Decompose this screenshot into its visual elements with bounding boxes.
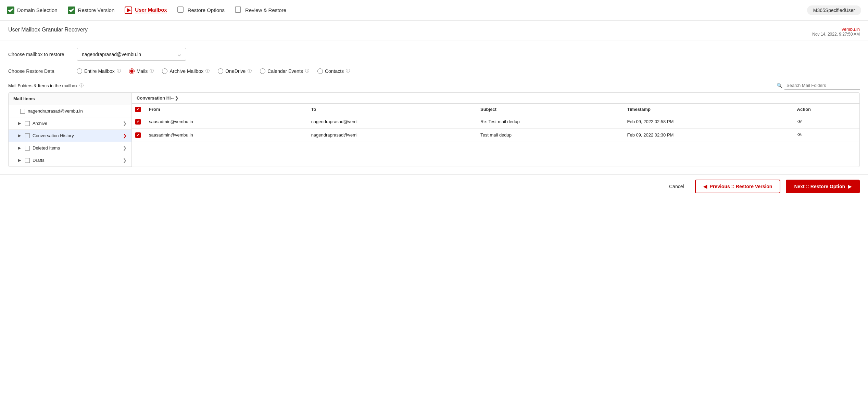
- option-archive-mailbox[interactable]: Archive Mailbox ⓘ: [162, 68, 210, 74]
- radio-archive-mailbox[interactable]: [162, 68, 167, 74]
- row1-timestamp: Feb 09, 2022 02:58 PM: [624, 115, 794, 128]
- search-icon: 🔍: [777, 83, 782, 88]
- split-panel: Mail Items nagendraprasad@vembu.in ▶ Arc…: [8, 92, 860, 167]
- checkbox-conversation-history[interactable]: [25, 133, 30, 138]
- step-label-restore-options: Restore Options: [188, 7, 225, 13]
- breadcrumb-text: Conversation Hi--: [137, 95, 174, 101]
- page-title: User Mailbox Granular Recovery: [8, 27, 88, 33]
- row1-subject: Re: Test mail dedup: [477, 115, 624, 128]
- folder-name-conversation-history: Conversation History: [33, 133, 120, 138]
- help-icon-mails: ⓘ: [150, 68, 154, 74]
- expand-icon-drafts[interactable]: ▶: [18, 158, 22, 163]
- step-restore-version[interactable]: Restore Version: [68, 7, 115, 14]
- row1-view-icon[interactable]: 👁: [797, 119, 803, 125]
- step-review-restore[interactable]: Review & Restore: [235, 7, 286, 14]
- cancel-button[interactable]: Cancel: [664, 181, 690, 192]
- option-label-mails: Mails: [137, 68, 148, 74]
- choose-restore-data-label: Choose Restore Data: [8, 68, 77, 74]
- prev-button[interactable]: ◀ Previous :: Restore Version: [695, 180, 781, 193]
- step-label-review-restore: Review & Restore: [245, 7, 286, 13]
- radio-entire-mailbox[interactable]: [77, 68, 82, 74]
- row2-action: 👁: [794, 128, 859, 142]
- restore-data-options: Entire Mailbox ⓘ Mails ⓘ Archive Mailbox…: [77, 68, 350, 74]
- col-header-timestamp: Timestamp: [624, 104, 794, 115]
- expand-icon-deleted-items[interactable]: ▶: [18, 146, 22, 150]
- mail-folders-label: Mail Folders & Items in the mailbox: [8, 83, 77, 88]
- help-icon-mail-folders: ⓘ: [79, 83, 84, 89]
- option-contacts[interactable]: Contacts ⓘ: [317, 68, 350, 74]
- help-icon-entire-mailbox: ⓘ: [117, 68, 121, 74]
- checkbox-root[interactable]: [20, 109, 25, 114]
- content-area: Choose mailbox to restore nagendraprasad…: [0, 40, 868, 174]
- checkbox-deleted-items[interactable]: [25, 146, 30, 151]
- nav-steps: Domain Selection Restore Version User Ma…: [7, 7, 807, 14]
- folder-item-root[interactable]: nagendraprasad@vembu.in: [9, 105, 131, 117]
- folder-item-deleted-items[interactable]: ▶ Deleted Items ❯: [9, 142, 131, 154]
- option-entire-mailbox[interactable]: Entire Mailbox ⓘ: [77, 68, 121, 74]
- user-badge: M365SpecifiedUser: [807, 5, 861, 15]
- checkbox-drafts[interactable]: [25, 158, 30, 163]
- play-icon-user-mailbox: [125, 7, 132, 14]
- folder-item-archive[interactable]: ▶ Archive ❯: [9, 117, 131, 130]
- checkbox-archive[interactable]: [25, 121, 30, 126]
- table-row: saasadmin@vembu.in nagendraprasad@veml T…: [132, 128, 859, 142]
- radio-calendar-events[interactable]: [260, 68, 265, 74]
- row2-from: saasadmin@vembu.in: [146, 128, 308, 142]
- mailbox-value: nagendraprasad@vembu.in: [82, 52, 141, 57]
- row2-timestamp: Feb 09, 2022 02:30 PM: [624, 128, 794, 142]
- page-datetime: Nov 14, 2022, 9:27:50 AM: [812, 32, 860, 37]
- folders-header-row: Mail Folders & Items in the mailbox ⓘ 🔍: [8, 81, 860, 90]
- search-area: 🔍: [777, 81, 860, 90]
- row1-to: nagendraprasad@veml: [308, 115, 477, 128]
- radio-mails[interactable]: [129, 68, 135, 74]
- folder-item-conversation-history[interactable]: ▶ Conversation History ❯: [9, 130, 131, 142]
- chevron-down-icon: ⌵: [178, 51, 181, 57]
- next-button[interactable]: Next :: Restore Option ▶: [786, 180, 860, 193]
- option-mails[interactable]: Mails ⓘ: [129, 68, 154, 74]
- help-icon-contacts: ⓘ: [346, 68, 350, 74]
- page-header: User Mailbox Granular Recovery vembu.in …: [0, 21, 868, 40]
- option-onedrive[interactable]: OneDrive ⓘ: [218, 68, 252, 74]
- folder-item-drafts[interactable]: ▶ Drafts ❯: [9, 154, 131, 167]
- radio-contacts[interactable]: [317, 68, 323, 74]
- table-row: saasadmin@vembu.in nagendraprasad@veml R…: [132, 115, 859, 128]
- help-icon-archive-mailbox: ⓘ: [205, 68, 210, 74]
- mailbox-select[interactable]: nagendraprasad@vembu.in ⌵: [77, 48, 186, 61]
- top-nav: Domain Selection Restore Version User Ma…: [0, 0, 868, 21]
- mail-breadcrumb: Conversation Hi-- ❯: [132, 93, 859, 104]
- col-header-action: Action: [794, 104, 859, 115]
- arrow-icon-conversation-history[interactable]: ❯: [123, 133, 127, 138]
- page-meta: vembu.in Nov 14, 2022, 9:27:50 AM: [812, 27, 860, 37]
- expand-icon-archive[interactable]: ▶: [18, 121, 22, 126]
- step-restore-options[interactable]: Restore Options: [177, 7, 225, 14]
- svg-rect-5: [235, 7, 241, 12]
- row1-checkbox[interactable]: [135, 119, 141, 125]
- choose-mailbox-label: Choose mailbox to restore: [8, 52, 77, 57]
- option-label-contacts: Contacts: [325, 68, 344, 74]
- step-user-mailbox[interactable]: User Mailbox: [125, 7, 167, 14]
- arrow-icon-drafts[interactable]: ❯: [123, 158, 127, 163]
- option-calendar-events[interactable]: Calendar Events ⓘ: [260, 68, 309, 74]
- cb-icon-review-restore: [235, 7, 242, 14]
- row1-from: saasadmin@vembu.in: [146, 115, 308, 128]
- radio-onedrive[interactable]: [218, 68, 223, 74]
- expand-icon-conversation-history[interactable]: ▶: [18, 133, 22, 138]
- search-mail-folders-input[interactable]: [784, 81, 860, 90]
- folder-pane: Mail Items nagendraprasad@vembu.in ▶ Arc…: [9, 93, 132, 167]
- domain-link[interactable]: vembu.in: [812, 27, 860, 32]
- mail-table: From To Subject Timestamp Action saasadm…: [132, 104, 859, 142]
- row2-view-icon[interactable]: 👁: [797, 132, 803, 138]
- folder-pane-header: Mail Items: [9, 93, 131, 105]
- row2-checkbox[interactable]: [135, 132, 141, 138]
- mail-folders-label-wrap: Mail Folders & Items in the mailbox ⓘ: [8, 83, 84, 89]
- select-all-checkbox[interactable]: [135, 107, 141, 112]
- mail-pane: Conversation Hi-- ❯ From To Subject Time…: [132, 93, 859, 167]
- arrow-icon-deleted-items[interactable]: ❯: [123, 145, 127, 151]
- option-label-archive-mailbox: Archive Mailbox: [169, 68, 203, 74]
- help-icon-onedrive: ⓘ: [248, 68, 252, 74]
- folder-name-drafts: Drafts: [33, 158, 120, 163]
- help-icon-calendar-events: ⓘ: [305, 68, 309, 74]
- row1-action: 👁: [794, 115, 859, 128]
- arrow-icon-archive[interactable]: ❯: [123, 121, 127, 126]
- step-domain-selection[interactable]: Domain Selection: [7, 7, 58, 14]
